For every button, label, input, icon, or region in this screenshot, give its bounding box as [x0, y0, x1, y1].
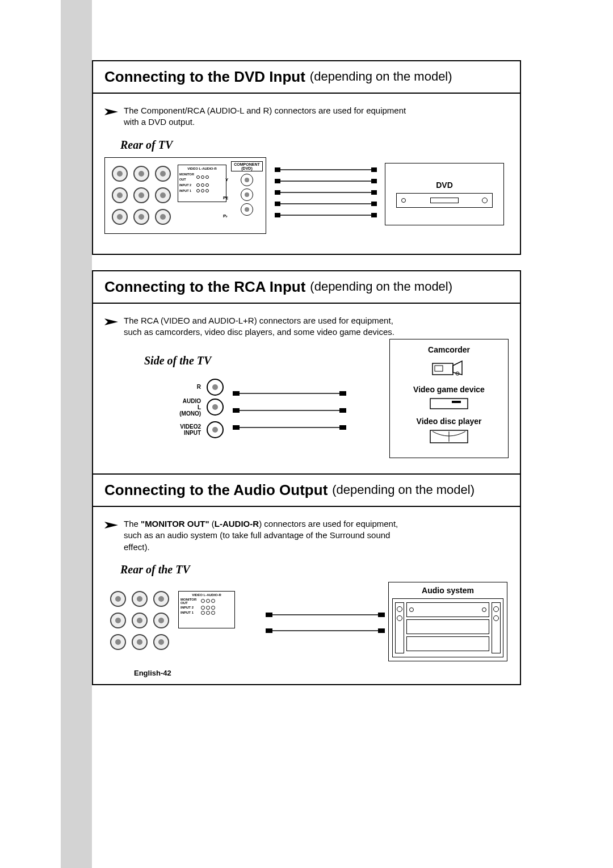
- title-bold: Connecting to the Audio Output: [104, 481, 328, 499]
- manual-page: Connecting to the DVD Input (depending o…: [0, 0, 613, 868]
- note-bold2: L-AUDIO-R: [215, 519, 259, 529]
- dvd-player-icon: [396, 193, 493, 208]
- svg-rect-10: [275, 190, 280, 195]
- note-text: The RCA (VIDEO and AUDIO-L+R) connectors…: [124, 315, 413, 338]
- panel-label-box: VIDEO L-AUDIO-R MONITOR OUT INPUT 2 INPU…: [178, 591, 235, 628]
- svg-marker-34: [104, 522, 118, 529]
- arrowhead-icon: [104, 520, 118, 527]
- panel-row-label: MONITOR OUT: [179, 172, 195, 182]
- svg-marker-0: [104, 108, 118, 115]
- disc-player-icon: [429, 429, 469, 444]
- component-label-pb: Pᴇ: [223, 195, 228, 200]
- note-pre: The: [124, 519, 141, 529]
- note-text: The Component/RCA (AUDIO-L and R) connec…: [124, 105, 413, 128]
- component-label-y: Y: [225, 177, 228, 182]
- port-label-r: R: [197, 384, 201, 390]
- section-audio-output: Connecting to the Audio Output (dependin…: [92, 473, 521, 685]
- svg-rect-40: [378, 628, 385, 633]
- svg-rect-9: [371, 179, 377, 183]
- devices-column: Camcorder Video game device Video disc p…: [389, 339, 509, 458]
- audio-label: AUDIO: [183, 398, 201, 404]
- svg-rect-21: [339, 391, 346, 396]
- audio-system-box: Audio system: [388, 582, 507, 661]
- svg-rect-7: [371, 167, 377, 172]
- rca-jack-icon: [132, 591, 148, 607]
- svg-rect-23: [339, 408, 346, 413]
- rca-jack-icon: [110, 591, 126, 607]
- panel-header: VIDEO L-AUDIO-R: [179, 166, 225, 171]
- panel-header: VIDEO L-AUDIO-R: [180, 593, 233, 597]
- rca-jack-icon: [155, 166, 171, 182]
- rca-jack-icon: [110, 634, 126, 650]
- svg-rect-29: [435, 366, 443, 371]
- stereo-icon: [392, 598, 503, 657]
- disc-player-label: Video disc player: [394, 417, 503, 426]
- tv-rear-panel: VIDEO L-AUDIO-R MONITOR OUT INPUT 2 INPU…: [104, 157, 266, 234]
- port-label-video2: VIDEO2 INPUT: [180, 423, 201, 436]
- svg-rect-15: [371, 213, 377, 217]
- rca-jack-icon: [155, 209, 171, 225]
- game-device-label: Video game device: [394, 385, 503, 394]
- svg-rect-24: [233, 425, 240, 430]
- svg-rect-38: [378, 613, 385, 617]
- rca-jack-icon: [207, 399, 224, 416]
- component-port-pb: [241, 188, 253, 201]
- svg-rect-12: [275, 202, 280, 206]
- component-port-y: [241, 174, 253, 186]
- diagram-caption: Rear of the TV: [120, 563, 509, 576]
- diagram-caption: Rear of TV: [120, 139, 509, 152]
- section-title: Connecting to the RCA Input (depending o…: [93, 271, 520, 304]
- page-number: English-42: [134, 669, 171, 677]
- side-tv-ports: R AUDIO L (MONO) VIDEO2: [150, 379, 224, 443]
- rca-jack-icon: [112, 187, 128, 203]
- note-bold1: "MONITOR OUT": [141, 519, 209, 529]
- svg-marker-16: [104, 318, 118, 325]
- rca-jack-icon: [153, 591, 169, 607]
- svg-rect-22: [233, 408, 240, 413]
- section-title: Connecting to the DVD Input (depending o…: [93, 61, 520, 94]
- component-port-pr: [241, 203, 253, 216]
- panel-row-label: INPUT 2: [180, 606, 200, 609]
- rca-jack-icon: [110, 613, 126, 628]
- mono-label: (MONO): [179, 410, 201, 417]
- panel-row-label: INPUT 2: [179, 183, 195, 188]
- camcorder-icon: [429, 358, 469, 378]
- rca-jack-icon: [133, 209, 149, 225]
- title-light: (depending on the model): [310, 279, 452, 294]
- dvd-diagram: VIDEO L-AUDIO-R MONITOR OUT INPUT 2 INPU…: [104, 157, 509, 242]
- component-label-pr: Pᵣ: [223, 213, 227, 219]
- title-bold: Connecting to the RCA Input: [104, 278, 305, 296]
- audio-system-label: Audio system: [392, 586, 503, 595]
- section-dvd-input: Connecting to the DVD Input (depending o…: [92, 60, 521, 255]
- note-row: The Component/RCA (AUDIO-L and R) connec…: [104, 105, 509, 128]
- audio-diagram: VIDEO L-AUDIO-R MONITOR OUT INPUT 2 INPU…: [104, 582, 509, 673]
- game-device-icon: [429, 397, 469, 410]
- rca-jack-icon: [207, 421, 224, 438]
- panel-row-label: INPUT 1: [180, 611, 200, 614]
- svg-rect-14: [275, 213, 280, 217]
- svg-rect-8: [275, 179, 280, 183]
- title-light: (depending on the model): [310, 69, 452, 84]
- dvd-device-box: DVD: [385, 163, 504, 225]
- component-title-line2: (DVD): [241, 166, 252, 170]
- svg-rect-13: [371, 202, 377, 206]
- dvd-label: DVD: [436, 181, 453, 190]
- video2-label: VIDEO2: [180, 423, 201, 430]
- panel-row-label: MONITOR OUT: [180, 598, 200, 605]
- arrowhead-icon: [104, 317, 118, 324]
- svg-rect-30: [430, 399, 468, 409]
- component-title-line1: COMPONENT: [234, 162, 260, 166]
- svg-rect-31: [452, 401, 461, 403]
- section-body: The "MONITOR OUT" (L-AUDIO-R) connectors…: [93, 507, 520, 684]
- note-mid: (: [209, 519, 215, 529]
- section-body: The Component/RCA (AUDIO-L and R) connec…: [93, 94, 520, 254]
- cable-bundle-icon: [275, 163, 377, 231]
- rca-jack-icon: [112, 166, 128, 182]
- title-light: (depending on the model): [332, 483, 475, 497]
- note-text: The "MONITOR OUT" (L-AUDIO-R) connectors…: [124, 518, 413, 553]
- svg-rect-11: [371, 190, 377, 195]
- arrowhead-icon: [104, 107, 118, 114]
- section-title: Connecting to the Audio Output (dependin…: [93, 475, 520, 507]
- svg-rect-25: [339, 425, 346, 430]
- svg-rect-39: [266, 628, 272, 633]
